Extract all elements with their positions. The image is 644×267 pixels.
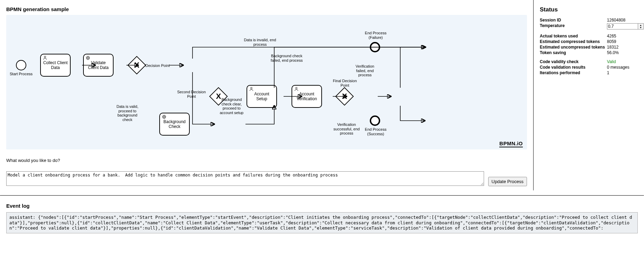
diagram-edges	[6, 15, 527, 149]
edge-label-ver-fail: Verification failed, end process	[351, 64, 379, 77]
row-validation: Code validation results0 messages	[540, 64, 644, 70]
row-saving: Token saving56.0%	[540, 50, 644, 55]
start-event-label: Start Process	[9, 72, 33, 76]
task-label: Validate Client Data	[85, 60, 111, 70]
start-event[interactable]	[16, 60, 26, 70]
service-task-icon	[162, 114, 167, 120]
prompt-label: What would you like to do?	[6, 158, 527, 163]
gateway-2-label: Second Decision Point	[172, 90, 211, 98]
end-event-success[interactable]	[370, 115, 380, 126]
svg-point-4	[164, 117, 165, 118]
task-bgcheck[interactable]: Background Check	[159, 113, 190, 136]
row-session-id: Session ID12604808	[540, 17, 644, 23]
edge-label-ver-success: Verification successful, end process	[331, 122, 362, 136]
row-temperature: Temperature ▲▼	[540, 23, 644, 30]
gateway-1-label: Decision Point	[145, 63, 177, 68]
page-title: BPMN generation sample	[6, 6, 527, 12]
user-task-icon	[43, 55, 47, 61]
update-process-button[interactable]: Update Process	[488, 177, 527, 186]
task-validate[interactable]: Validate Client Data	[83, 54, 114, 77]
svg-point-5	[251, 87, 252, 89]
edge-label-invalid: Data is invalid, end process	[241, 38, 279, 46]
row-validity: Code validity checkValid	[540, 59, 644, 64]
task-label: Account Verification	[294, 92, 320, 101]
edge-label-valid: Data is valid, proceed to background che…	[114, 104, 141, 122]
svg-point-0	[44, 56, 46, 58]
task-collect[interactable]: Collect Client Data	[40, 54, 71, 77]
gateway-final[interactable]: X	[338, 90, 351, 103]
temperature-stepper[interactable]: ▲▼	[607, 23, 644, 29]
user-task-icon	[249, 87, 254, 93]
temperature-input[interactable]	[607, 23, 638, 29]
user-task-icon	[294, 87, 299, 93]
gateway-decision-1[interactable]: X	[130, 59, 143, 72]
bpmn-canvas[interactable]: Start Process Collect Client Data Valida…	[6, 15, 527, 149]
row-iterations: Iterations performed1	[540, 70, 644, 76]
event-log-body: assistant: {"nodes":[{"id":"startProcess…	[6, 212, 638, 233]
edge-label-bgclear: Background check clear, proceed to accou…	[217, 97, 247, 115]
task-label: Background Check	[161, 119, 188, 129]
row-actual-tokens: Actual tokens used4265	[540, 33, 644, 39]
task-label: Collect Client Data	[42, 60, 69, 70]
svg-point-6	[296, 87, 297, 89]
status-table: Session ID12604808 Temperature ▲▼ Actual…	[540, 17, 644, 76]
gateway-final-label: Final Decision Point	[331, 79, 359, 87]
end-success-label: End Process (Success)	[362, 127, 389, 136]
prompt-textarea[interactable]	[6, 171, 484, 186]
task-verify[interactable]: Account Verification	[292, 85, 322, 108]
svg-point-2	[88, 58, 89, 59]
edge-label-bgfail: Background check failed, end process	[268, 54, 306, 62]
bpmn-brand: BPMN.iO	[499, 140, 523, 147]
status-heading: Status	[540, 6, 641, 13]
row-est-compressed: Estimated compressed tokens8059	[540, 39, 644, 44]
service-task-icon	[86, 55, 90, 61]
row-est-uncompressed: Estimated uncompressed tokens18312	[540, 44, 644, 50]
task-label: Account Setup	[249, 92, 275, 101]
event-log-heading: Event log	[6, 203, 638, 209]
end-failure-label: End Process (Failure)	[362, 31, 389, 40]
task-setup[interactable]: Account Setup	[247, 85, 277, 108]
stepper-arrows-icon[interactable]: ▲▼	[638, 23, 644, 29]
end-event-failure[interactable]	[370, 42, 380, 52]
